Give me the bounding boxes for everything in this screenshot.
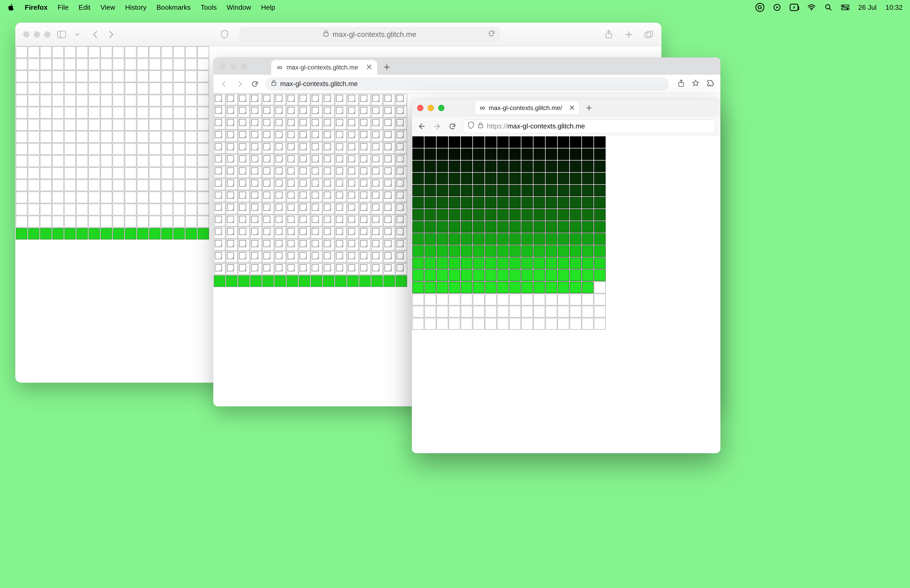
canvas-cell bbox=[461, 197, 472, 208]
canvas-cell bbox=[250, 275, 262, 287]
canvas-cell bbox=[100, 119, 112, 131]
chrome-address-bar[interactable]: max-gl-contexts.glitch.me bbox=[265, 78, 669, 90]
firefox-traffic-lights[interactable] bbox=[417, 105, 444, 111]
canvas-cell bbox=[197, 95, 209, 106]
canvas-cell bbox=[396, 154, 407, 166]
canvas-cell bbox=[76, 58, 88, 70]
canvas-cell bbox=[52, 192, 64, 203]
canvas-cell bbox=[509, 197, 521, 208]
tracking-protection-icon[interactable] bbox=[468, 121, 474, 131]
menubar-time[interactable]: 10:32 bbox=[886, 3, 903, 11]
chrome-share-button[interactable] bbox=[678, 79, 685, 89]
canvas-cell bbox=[161, 155, 173, 167]
canvas-cell bbox=[214, 191, 225, 202]
chrome-tab-close-button[interactable] bbox=[367, 64, 372, 71]
firefox-address-bar[interactable]: https://max-gl-contexts.glitch.me bbox=[463, 120, 715, 133]
chrome-tab[interactable]: ∞ max-gl-contexts.glitch.me bbox=[271, 60, 377, 75]
canvas-cell bbox=[137, 179, 149, 191]
canvas-cell bbox=[347, 251, 359, 263]
chrome-traffic-lights[interactable] bbox=[220, 63, 247, 69]
spotlight-menubar-icon[interactable] bbox=[825, 4, 832, 11]
firefox-tab[interactable]: ∞ max-gl-contexts.glitch.me/ bbox=[475, 101, 579, 115]
safari-privacy-shield-icon[interactable] bbox=[220, 30, 230, 39]
firefox-reload-button[interactable] bbox=[448, 121, 457, 131]
firefox-tab-close-button[interactable] bbox=[569, 104, 574, 111]
canvas-cell bbox=[286, 251, 298, 263]
safari-sidebar-menu-chevron-icon[interactable] bbox=[73, 30, 82, 39]
safari-traffic-lights[interactable] bbox=[23, 31, 50, 38]
menu-tools[interactable]: Tools bbox=[200, 3, 217, 11]
safari-new-tab-button[interactable] bbox=[624, 30, 634, 39]
chrome-extensions-button[interactable] bbox=[707, 79, 714, 89]
safari-back-button[interactable] bbox=[91, 30, 100, 39]
canvas-cell bbox=[161, 95, 173, 106]
close-dot-icon[interactable] bbox=[417, 105, 423, 111]
firefox-new-tab-button[interactable] bbox=[583, 102, 595, 114]
canvas-cell bbox=[412, 282, 424, 293]
minimize-dot-icon[interactable] bbox=[428, 105, 434, 111]
menu-window[interactable]: Window bbox=[227, 3, 251, 11]
canvas-cell bbox=[521, 136, 533, 148]
close-dot-icon[interactable] bbox=[23, 31, 29, 38]
chrome-back-button[interactable] bbox=[220, 79, 229, 89]
apple-menu-icon[interactable] bbox=[7, 3, 15, 11]
lock-icon[interactable] bbox=[478, 122, 483, 130]
canvas-cell bbox=[371, 166, 383, 178]
firefox-back-button[interactable] bbox=[417, 121, 427, 131]
menu-bookmarks[interactable]: Bookmarks bbox=[157, 3, 191, 11]
canvas-cell bbox=[396, 227, 407, 239]
canvas-cell bbox=[137, 46, 149, 58]
minimize-dot-icon[interactable] bbox=[34, 31, 40, 38]
safari-tabs-overview-button[interactable] bbox=[644, 30, 653, 39]
menu-edit[interactable]: Edit bbox=[79, 3, 91, 11]
canvas-cell bbox=[359, 263, 371, 275]
safari-forward-button[interactable] bbox=[107, 30, 116, 39]
zoom-dot-icon[interactable] bbox=[44, 31, 50, 38]
canvas-cell bbox=[250, 178, 262, 190]
menubar-app-name[interactable]: Firefox bbox=[25, 3, 48, 11]
canvas-cell bbox=[100, 216, 112, 228]
wifi-menubar-icon[interactable] bbox=[807, 4, 816, 11]
grammarly-menubar-icon[interactable]: G bbox=[755, 3, 765, 12]
menubar-date[interactable]: 26 Jul bbox=[858, 3, 876, 11]
svg-rect-11 bbox=[324, 33, 328, 36]
chrome-bookmark-button[interactable] bbox=[692, 79, 699, 89]
menu-file[interactable]: File bbox=[58, 3, 69, 11]
canvas-cell bbox=[125, 155, 136, 167]
minimize-dot-icon[interactable] bbox=[230, 63, 236, 69]
control-center-menubar-icon[interactable] bbox=[841, 4, 849, 11]
zoom-dot-icon[interactable] bbox=[241, 63, 247, 69]
close-dot-icon[interactable] bbox=[220, 63, 226, 69]
safari-sidebar-button[interactable] bbox=[57, 30, 66, 39]
canvas-cell bbox=[509, 136, 521, 148]
canvas-cell bbox=[185, 46, 197, 58]
canvas-cell bbox=[570, 221, 581, 233]
canvas-cell bbox=[371, 215, 383, 226]
canvas-cell bbox=[197, 143, 209, 155]
canvas-cell bbox=[594, 233, 606, 245]
canvas-cell bbox=[89, 167, 100, 179]
canvas-cell bbox=[558, 233, 569, 245]
chrome-forward-button[interactable] bbox=[235, 79, 244, 89]
safari-reload-button[interactable] bbox=[488, 30, 495, 39]
menu-view[interactable]: View bbox=[100, 3, 115, 11]
zoom-dot-icon[interactable] bbox=[438, 105, 444, 111]
canvas-cell bbox=[425, 245, 436, 257]
screenrec-menubar-icon[interactable] bbox=[773, 4, 781, 11]
canvas-cell bbox=[533, 294, 545, 305]
canvas-cell bbox=[16, 179, 27, 191]
chrome-new-tab-button[interactable] bbox=[380, 61, 393, 74]
canvas-cell bbox=[286, 94, 298, 105]
firefox-forward-button[interactable] bbox=[432, 121, 442, 131]
safari-share-button[interactable] bbox=[604, 30, 614, 39]
chrome-reload-button[interactable] bbox=[250, 79, 260, 89]
battery-menubar-icon[interactable]: ⚡︎ bbox=[790, 4, 798, 11]
canvas-cell bbox=[359, 154, 371, 166]
canvas-cell bbox=[137, 131, 149, 143]
safari-address-bar[interactable]: max-gl-contexts.glitch.me bbox=[239, 27, 500, 42]
canvas-cell bbox=[311, 227, 322, 239]
menu-help[interactable]: Help bbox=[261, 3, 275, 11]
canvas-cell bbox=[149, 107, 161, 118]
menu-history[interactable]: History bbox=[125, 3, 146, 11]
canvas-cell bbox=[76, 95, 88, 106]
